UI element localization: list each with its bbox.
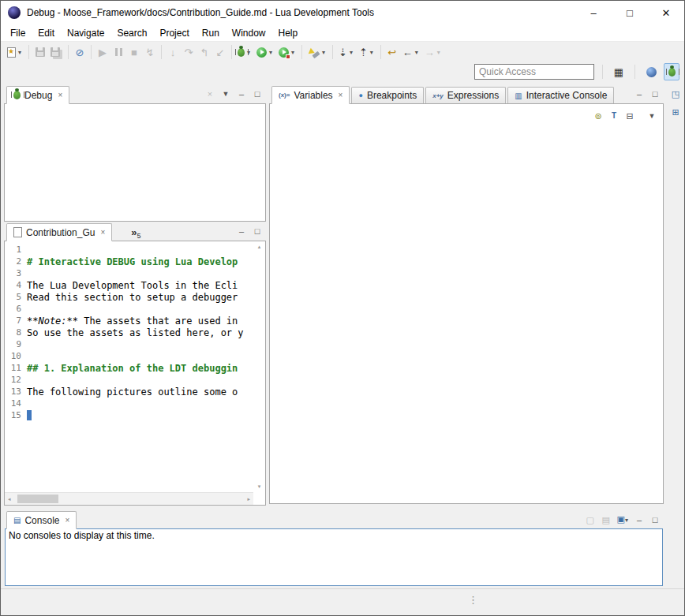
menu-window[interactable]: Window [226,24,272,42]
scroll-down-icon[interactable]: ▾ [258,483,261,490]
view-menu-button[interactable]: ▼ [647,110,657,121]
window-minimize-button[interactable]: – [575,1,612,24]
menu-edit[interactable]: Edit [32,24,61,42]
scroll-up-icon[interactable]: ▴ [258,244,261,250]
status-bar: ⋮ [1,588,684,616]
tab-interactive-console[interactable]: ▥ Interactive Console [507,87,614,103]
console-content[interactable]: No consoles to display at this time. [5,528,663,586]
scroll-right-icon[interactable]: ▸ [247,496,250,502]
expressions-icon: x+y [432,92,444,99]
minimize-view-button[interactable]: – [634,88,644,99]
maximize-view-button[interactable]: □ [253,88,262,99]
editor-horizontal-scrollbar[interactable]: ◂ ▸ [5,492,253,505]
display-selected-console-button[interactable]: ▤ [601,514,611,525]
variables-view-content[interactable]: ⊚ T ⊟ ▼ [269,103,664,504]
next-annotation-button[interactable]: ⇣ ▾ [336,43,357,61]
remove-all-terminated-button[interactable]: × [205,88,215,99]
back-button[interactable]: ← ▾ [400,43,422,61]
tab-breakpoints[interactable]: ● Breakpoints [351,87,424,103]
menu-run[interactable]: Run [196,24,226,42]
minimized-view-button[interactable]: ⊞ [669,106,683,119]
close-icon[interactable]: × [339,91,343,99]
lua-perspective-button[interactable] [643,63,659,80]
search-button[interactable]: ▾ [305,43,329,61]
step-over-button[interactable]: ↷ [181,43,197,61]
debug-view-icon [13,91,21,99]
debug-bug-icon [238,48,245,57]
quick-access-input[interactable] [474,64,594,80]
step-return-button[interactable]: ↰ [197,43,212,61]
skip-all-breakpoints-button[interactable]: ⊘ [72,43,88,61]
toolbar-separator [231,45,232,59]
horizontal-scroll-thumb[interactable] [17,495,58,503]
previous-annotation-button[interactable]: ⇡ ▾ [357,43,377,61]
scroll-left-icon[interactable]: ◂ [8,496,11,502]
open-perspective-button[interactable]: ▦ [611,63,627,80]
minimize-view-button[interactable]: – [634,514,644,525]
window-maximize-button[interactable]: □ [612,1,648,24]
save-icon [36,47,45,57]
editor-vertical-scrollbar[interactable]: ▴ ▾ [253,241,265,492]
maximize-view-button[interactable]: □ [650,514,660,525]
maximize-editor-button[interactable]: □ [253,226,262,237]
external-tools-button[interactable]: ▾ [276,43,298,61]
debug-view-content[interactable] [4,103,266,222]
window-close-button[interactable]: ✕ [648,1,684,24]
tab-expressions[interactable]: x+y Expressions [425,87,506,103]
menu-project[interactable]: Project [153,24,195,42]
application-window: Debug - Moose_Framework/docs/Contributio… [0,0,685,616]
chevron-down-icon: ▾ [369,49,375,56]
editor-content[interactable]: 1 2# Interactive DEBUG using Lua Develop… [4,241,266,506]
resume-button[interactable]: ▶ [95,43,110,61]
chevron-down-icon: ▾ [268,49,274,56]
editor-tabs: Contribution_Gu × » 5 – □ [4,222,266,241]
forward-button[interactable]: → ▾ [422,43,444,61]
pin-console-button[interactable]: ▢ [586,514,595,525]
menu-help[interactable]: Help [272,24,305,42]
minimize-view-button[interactable]: – [237,88,246,99]
step-over-icon: ↷ [185,47,193,58]
step-into-button[interactable]: ↓ [165,43,181,61]
last-edit-location-button[interactable]: ↩ [384,43,400,61]
trim-drag-handle[interactable]: ⋮ [468,594,478,606]
menu-file[interactable]: File [4,24,32,42]
minimize-editor-button[interactable]: – [237,226,246,237]
new-button[interactable]: ★ ▾ [5,43,25,61]
view-menu-button[interactable]: ▼ [221,88,230,99]
tab-debug-label: Debug [24,90,52,101]
close-icon[interactable]: × [100,228,105,237]
debug-perspective-button[interactable] [664,63,679,80]
editor-tab-overflow-button[interactable]: » 5 [131,224,140,241]
run-button[interactable]: ▾ [254,43,276,61]
save-button[interactable] [32,43,48,61]
save-all-button[interactable] [48,43,65,61]
drop-to-frame-button[interactable]: ↙ [212,43,228,61]
variables-icon: (x)= [279,91,290,99]
terminate-button[interactable]: ■ [126,43,142,61]
collapse-all-button[interactable]: ⊟ [625,110,634,121]
open-console-button[interactable]: ▣▾ [617,513,628,526]
debug-button[interactable]: ▾ [235,43,254,61]
resume-icon: ▶ [99,47,107,58]
tab-contribution-guide[interactable]: Contribution_Gu × [6,223,112,241]
suspend-button[interactable] [110,43,126,61]
disconnect-button[interactable]: ↯ [142,43,158,61]
close-icon[interactable]: × [58,91,62,99]
forward-icon: → [425,47,435,58]
editor-text-area[interactable]: 1 2# Interactive DEBUG using Lua Develop… [5,241,253,492]
toolbar-separator [301,45,302,59]
restore-minimized-stack-button[interactable]: ◳ [669,88,683,101]
next-annotation-icon: ⇣ [339,47,347,58]
disconnect-icon: ↯ [146,47,155,58]
tab-console[interactable]: ▤ Console × [6,511,77,529]
show-logical-structures-button[interactable]: ⊚ [593,110,603,121]
editor-line: 3 [5,267,253,279]
tab-variables[interactable]: (x)= Variables × [271,86,350,104]
menu-navigate[interactable]: Navigate [61,24,110,42]
tab-debug[interactable]: Debug × [6,86,69,104]
menu-search[interactable]: Search [110,24,153,42]
close-icon[interactable]: × [65,516,69,525]
show-type-names-button[interactable]: T [609,110,619,121]
maximize-view-button[interactable]: □ [650,88,660,99]
console-view: ▤ Console × ▢ ▤ ▣▾ – □ No consoles to di… [4,510,664,586]
